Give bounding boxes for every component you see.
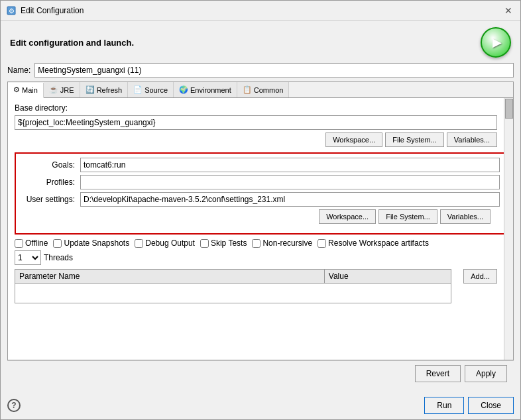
- tab-refresh[interactable]: 🔄 Refresh: [80, 82, 129, 97]
- profiles-row: Profiles:: [21, 175, 500, 189]
- skip-tests-label: Skip Tests: [211, 238, 247, 248]
- bottom-buttons: Run Close: [424, 397, 514, 414]
- tab-content: Base directory: Workspace... File System…: [7, 97, 514, 360]
- dialog-body: Name: ⚙ Main ☕ JRE 🔄 Refresh 📄 Source 🌍: [1, 63, 520, 393]
- footer-buttons: Revert Apply: [7, 360, 514, 386]
- goals-section: Goals: Profiles: User settings: Workspac…: [15, 152, 506, 235]
- non-recursive-label: Non-recursive: [262, 238, 312, 248]
- skip-tests-checkbox-item: Skip Tests: [200, 238, 247, 248]
- tab-refresh-label: Refresh: [97, 86, 123, 94]
- base-directory-input[interactable]: [15, 115, 497, 130]
- profiles-input[interactable]: [80, 175, 500, 189]
- title-bar: ⚙ Edit Configuration ✕: [1, 1, 520, 21]
- user-settings-input[interactable]: [80, 192, 500, 207]
- tab-jre-label: JRE: [60, 86, 74, 94]
- base-dir-button-row: Workspace... File System... Variables...: [15, 132, 506, 147]
- file-system-button-1[interactable]: File System...: [385, 132, 444, 147]
- resolve-workspace-checkbox-item: Resolve Workspace artifacts: [318, 238, 429, 248]
- workspace-button-1[interactable]: Workspace...: [325, 132, 382, 147]
- tab-environment-label: Environment: [190, 86, 231, 94]
- source-icon: 📄: [133, 85, 143, 94]
- file-system-button-2[interactable]: File System...: [378, 209, 437, 224]
- checkbox-group: Offline Update Snapshots Debug Output Sk…: [15, 238, 506, 248]
- threads-label: Threads: [44, 253, 73, 262]
- revert-button[interactable]: Revert: [415, 365, 461, 382]
- offline-checkbox[interactable]: [15, 239, 23, 248]
- resolve-workspace-checkbox[interactable]: [318, 239, 326, 248]
- tab-source[interactable]: 📄 Source: [128, 82, 174, 97]
- base-directory-label: Base directory:: [15, 103, 506, 113]
- user-settings-button-row: Workspace... File System... Variables...: [21, 209, 500, 224]
- apply-button[interactable]: Apply: [465, 365, 507, 382]
- profiles-label: Profiles:: [21, 178, 78, 187]
- name-row: Name:: [7, 63, 514, 78]
- header-title: Edit configuration and launch.: [10, 38, 134, 48]
- dialog-icon: ⚙: [6, 5, 17, 16]
- tab-source-label: Source: [145, 86, 168, 94]
- tab-common[interactable]: 📋 Common: [237, 82, 290, 97]
- debug-output-checkbox-item: Debug Output: [135, 238, 195, 248]
- threads-row: 1 2 4 Threads: [15, 250, 506, 265]
- run-circle-button[interactable]: [481, 27, 511, 58]
- name-label: Name:: [7, 66, 30, 75]
- variables-button-1[interactable]: Variables...: [447, 132, 497, 147]
- debug-output-label: Debug Output: [145, 238, 195, 248]
- update-snapshots-label: Update Snapshots: [64, 238, 129, 248]
- tab-environment[interactable]: 🌍 Environment: [174, 82, 237, 97]
- refresh-icon: 🔄: [86, 85, 95, 94]
- debug-output-checkbox[interactable]: [135, 239, 143, 248]
- edit-configuration-dialog: ⚙ Edit Configuration ✕ Edit configuratio…: [0, 0, 521, 420]
- scrollbar-thumb[interactable]: [505, 99, 513, 119]
- non-recursive-checkbox[interactable]: [252, 239, 260, 248]
- offline-checkbox-item: Offline: [15, 238, 48, 248]
- user-settings-label: User settings:: [21, 195, 78, 204]
- help-button[interactable]: ?: [7, 399, 21, 412]
- goals-row: Goals:: [21, 158, 500, 172]
- svg-text:⚙: ⚙: [9, 7, 15, 15]
- common-icon: 📋: [243, 85, 252, 94]
- non-recursive-checkbox-item: Non-recursive: [252, 238, 312, 248]
- offline-label: Offline: [25, 238, 48, 248]
- dialog-header: Edit configuration and launch.: [1, 21, 520, 63]
- tab-common-label: Common: [254, 86, 284, 94]
- resolve-workspace-label: Resolve Workspace artifacts: [328, 238, 429, 248]
- update-snapshots-checkbox[interactable]: [53, 239, 62, 248]
- workspace-button-2[interactable]: Workspace...: [319, 209, 376, 224]
- tab-content-scroll: Base directory: Workspace... File System…: [8, 98, 513, 360]
- tabs-bar: ⚙ Main ☕ JRE 🔄 Refresh 📄 Source 🌍 Enviro…: [7, 81, 514, 97]
- goals-label: Goals:: [21, 160, 78, 170]
- main-icon: ⚙: [13, 85, 20, 94]
- add-button[interactable]: Add...: [463, 269, 497, 284]
- update-snapshots-checkbox-item: Update Snapshots: [53, 238, 129, 248]
- skip-tests-checkbox[interactable]: [200, 239, 209, 248]
- environment-icon: 🌍: [179, 85, 188, 94]
- title-bar-text: Edit Configuration: [21, 6, 84, 15]
- dialog-bottom: ? Run Close: [1, 393, 520, 419]
- name-input[interactable]: [34, 63, 514, 78]
- tab-jre[interactable]: ☕ JRE: [44, 82, 80, 97]
- goals-input[interactable]: [80, 158, 500, 172]
- threads-select[interactable]: 1 2 4: [15, 250, 41, 265]
- run-button[interactable]: Run: [424, 397, 464, 414]
- param-name-header: Parameter Name: [15, 270, 325, 284]
- title-bar-left: ⚙ Edit Configuration: [6, 5, 84, 16]
- param-value-header: Value: [324, 270, 451, 284]
- tab-main[interactable]: ⚙ Main: [8, 83, 44, 98]
- param-table-container: Parameter Name Value Add...: [15, 269, 506, 303]
- close-button[interactable]: ✕: [502, 6, 515, 15]
- variables-button-2[interactable]: Variables...: [440, 209, 491, 224]
- tab-main-label: Main: [22, 86, 38, 94]
- param-table-wrapper: Parameter Name Value: [15, 269, 461, 303]
- jre-icon: ☕: [49, 85, 58, 94]
- user-settings-row: User settings:: [21, 192, 500, 207]
- param-table: Parameter Name Value: [15, 269, 451, 303]
- scrollbar-track[interactable]: [504, 98, 513, 360]
- close-dialog-button[interactable]: Close: [468, 397, 514, 414]
